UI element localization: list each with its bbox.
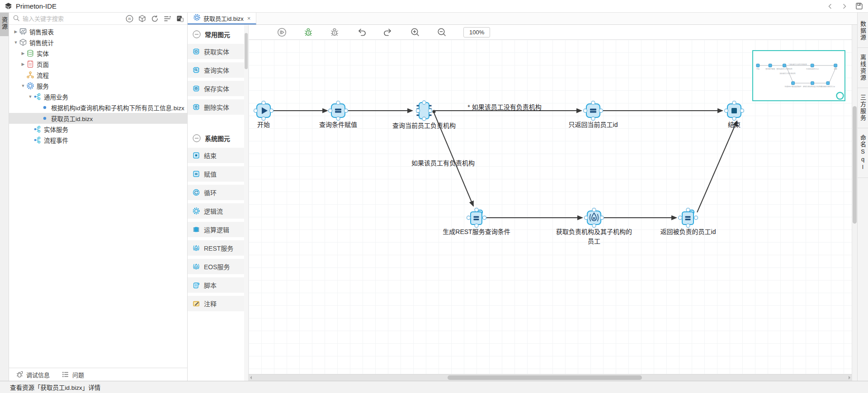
svg-text:查询条件赋值: 查询条件赋值 bbox=[765, 68, 775, 70]
flow-edge-label[interactable]: * 如果该员工没有负责机构 bbox=[467, 102, 541, 111]
flow-node-start[interactable] bbox=[254, 101, 274, 122]
flow-edge-label[interactable]: 如果该员工有负责机构 bbox=[411, 158, 475, 167]
zoom-in-button[interactable] bbox=[410, 27, 420, 37]
flow-node-rest1[interactable]: R bbox=[584, 208, 604, 229]
palette-item-label: 查询实体 bbox=[204, 66, 229, 75]
tree-item[interactable]: 实体服务 bbox=[9, 124, 187, 135]
palette-item[interactable]: 脚本 bbox=[188, 277, 244, 293]
chevron-down-icon[interactable]: ▼ bbox=[13, 40, 19, 45]
right-tab-2[interactable]: 三方服务 bbox=[858, 88, 868, 128]
right-tab-1[interactable]: 离线资源 bbox=[858, 48, 868, 88]
locate-resource-icon[interactable] bbox=[176, 14, 184, 23]
flow-edge[interactable] bbox=[697, 121, 737, 212]
flow-node-label: 获取负责机构及其子机构的 员工 bbox=[556, 227, 632, 246]
palette-item-label: 循环 bbox=[204, 188, 217, 197]
dot-icon bbox=[41, 103, 49, 112]
right-tab-3[interactable]: 命名Sql bbox=[858, 128, 868, 178]
palette-item[interactable]: RREST服务 bbox=[188, 240, 244, 256]
svg-text:结束: 结束 bbox=[834, 68, 838, 70]
tree-item-label: 根据机构id查询机构和子机构下所有员工信息.bizx bbox=[51, 103, 184, 112]
save-icon[interactable] bbox=[855, 2, 863, 10]
palette-item[interactable]: 逻辑流 bbox=[188, 203, 244, 219]
bottom-tab-problems[interactable]: 问题 bbox=[61, 370, 84, 379]
palette-item-label: 逻辑流 bbox=[204, 206, 223, 215]
chevron-right-icon[interactable]: ▶ bbox=[20, 51, 26, 56]
tree-item[interactable]: 根据机构id查询机构和子机构下所有员工信息.bizx bbox=[9, 102, 187, 113]
flow-node-label: 查询当前员工负责机构 bbox=[392, 121, 456, 131]
scroll-left-arrow-icon[interactable] bbox=[250, 376, 252, 379]
svg-text:获取负责机构及其子机构的: 获取负责机构及其子机构的 bbox=[803, 85, 822, 88]
flow-node-assign1[interactable] bbox=[328, 101, 348, 122]
svg-text:返回被负责的员工id: 返回被负责的员工id bbox=[821, 85, 835, 88]
svg-text:查询当前员工负责机构: 查询当前员工负责机构 bbox=[777, 68, 793, 70]
palette-item[interactable]: 循环 bbox=[188, 185, 244, 200]
horizontal-scrollbar[interactable] bbox=[249, 374, 852, 381]
sort-list-icon[interactable] bbox=[163, 14, 172, 23]
nav-back-icon[interactable] bbox=[826, 2, 834, 10]
flow-node-script1[interactable] bbox=[467, 208, 486, 229]
search-input[interactable] bbox=[23, 15, 123, 22]
tree-item[interactable]: 流程 bbox=[9, 70, 187, 80]
zoom-out-button[interactable] bbox=[437, 27, 447, 37]
chevron-right-icon[interactable]: ▶ bbox=[20, 62, 26, 66]
test-button[interactable] bbox=[330, 27, 340, 37]
tree-item[interactable]: 获取员工id.bizx bbox=[9, 113, 187, 124]
flow-icon bbox=[26, 71, 34, 79]
tree-item[interactable]: ▼服务 bbox=[9, 80, 187, 91]
bottom-tab-label: 问题 bbox=[72, 370, 84, 379]
chevron-right-icon[interactable]: ▶ bbox=[13, 29, 19, 34]
search-toolbar: AI bbox=[125, 14, 184, 23]
palette-scrollbar[interactable] bbox=[244, 25, 248, 381]
palette-item[interactable]: EEOS服务 bbox=[188, 259, 244, 274]
palette-item[interactable]: 查询实体 bbox=[188, 62, 244, 78]
palette-item[interactable]: 删除实体 bbox=[188, 99, 244, 115]
chevron-down-icon[interactable]: ▼ bbox=[27, 94, 33, 99]
tree-item[interactable]: ▶页面 bbox=[9, 59, 187, 70]
palette-item[interactable]: 获取实体 bbox=[188, 44, 244, 59]
palette-item[interactable]: 结束 bbox=[188, 148, 244, 163]
title-bar: Primeton-IDE bbox=[0, 0, 868, 13]
flow-node-label: 结束 bbox=[728, 120, 741, 130]
debug-button[interactable] bbox=[303, 27, 313, 37]
zoom-level-indicator[interactable]: 100% bbox=[463, 27, 490, 37]
debug-info-icon bbox=[15, 370, 24, 379]
vertical-scrollbar[interactable] bbox=[852, 25, 857, 381]
redo-button[interactable] bbox=[383, 27, 394, 37]
palette-item[interactable]: 注释 bbox=[188, 296, 244, 311]
tree-item[interactable]: 流程事件 bbox=[9, 135, 187, 145]
tree-item[interactable]: ▼通用业务 bbox=[9, 91, 187, 102]
v-scroll-thumb[interactable] bbox=[853, 106, 857, 224]
flow-canvas[interactable]: * 如果该员工没有负责机构如果该员工有负责机构开始查询条件赋值查询当前员工负责机… bbox=[249, 40, 852, 374]
refresh-icon[interactable] bbox=[151, 14, 159, 23]
sidebar-tab-resources[interactable]: 资源 bbox=[0, 13, 9, 36]
flow-node-chip[interactable] bbox=[414, 100, 434, 123]
tree-item[interactable]: ▶销售报表 bbox=[9, 26, 187, 37]
editor-tab-active[interactable]: 获取员工id.bizx × bbox=[188, 13, 256, 24]
close-tab-icon[interactable]: × bbox=[246, 15, 252, 22]
palette-group-header[interactable]: 常用图元 bbox=[188, 27, 244, 42]
undo-button[interactable] bbox=[356, 27, 367, 37]
nav-forward-icon[interactable] bbox=[840, 2, 849, 10]
run-button[interactable] bbox=[277, 27, 287, 37]
ai-icon[interactable]: AI bbox=[125, 14, 134, 23]
palette-group-header[interactable]: 系统图元 bbox=[188, 131, 244, 145]
chevron-down-icon[interactable]: ▼ bbox=[20, 84, 26, 88]
tree-item[interactable]: ▶实体 bbox=[9, 48, 187, 59]
bottom-tab-debug[interactable]: 调试信息 bbox=[15, 370, 50, 379]
scroll-right-arrow-icon[interactable] bbox=[849, 376, 850, 379]
flow-node-assign2[interactable] bbox=[583, 101, 603, 122]
editor-tab-label: 获取员工id.bizx bbox=[203, 14, 244, 23]
palette-item[interactable]: 运算逻辑 bbox=[188, 222, 244, 237]
h-scroll-thumb[interactable] bbox=[448, 375, 642, 380]
right-tab-0[interactable]: 数据源 bbox=[858, 14, 868, 48]
tree-item[interactable]: ▼销售统计 bbox=[9, 37, 187, 48]
flow-node-script2[interactable] bbox=[678, 208, 698, 229]
flow-node-end[interactable] bbox=[724, 101, 744, 122]
palette-item[interactable]: 赋值 bbox=[188, 166, 244, 182]
palette-item[interactable]: 保存实体 bbox=[188, 81, 244, 96]
chip-query-icon bbox=[192, 66, 200, 74]
app-title: Primeton-IDE bbox=[16, 2, 57, 10]
package-icon[interactable] bbox=[138, 14, 146, 23]
minimap[interactable]: * 如果该员工没有负责机构如果该员工有负责机构开始查询条件赋值查询当前员工负责机… bbox=[752, 50, 845, 101]
editor-area: 获取员工id.bizx × 常用图元获取实体查询实体保存实体删除实体系统图元结束… bbox=[188, 13, 857, 381]
